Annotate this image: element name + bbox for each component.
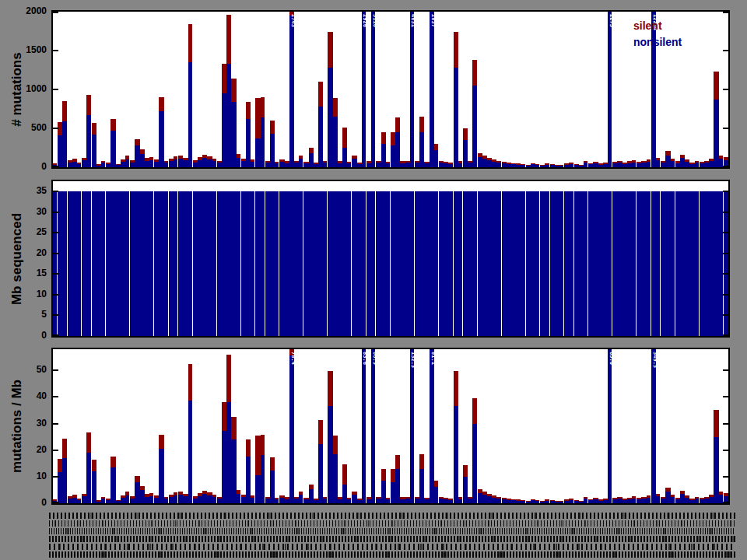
y-tick-mark	[53, 232, 58, 233]
bar-nonsilent	[719, 191, 723, 336]
bar-silent	[454, 371, 458, 406]
y-tick-mark	[723, 12, 728, 13]
bar-nonsilent	[251, 498, 254, 503]
bar-nonsilent	[92, 135, 96, 167]
y-tick-mark	[723, 232, 728, 233]
bar-nonsilent	[496, 499, 500, 503]
bar-nonsilent	[371, 12, 375, 167]
bar-nonsilent	[318, 107, 323, 167]
bar-silent	[159, 97, 163, 111]
bar-nonsilent	[347, 499, 351, 503]
y-tick-label: 1500	[2, 44, 47, 55]
bar-silent	[212, 159, 216, 161]
bar-nonsilent	[261, 455, 265, 503]
bar-silent	[472, 60, 476, 86]
bar-silent	[395, 117, 400, 132]
overflow-bar-label: 83.6	[360, 352, 368, 365]
bar-nonsilent	[569, 500, 573, 503]
bar-nonsilent	[454, 406, 458, 503]
bar-silent	[386, 162, 390, 163]
bar-nonsilent	[188, 62, 192, 167]
y-tick-mark	[53, 128, 58, 129]
bar-nonsilent	[584, 163, 587, 167]
bar-series-mb-sequenced	[53, 181, 728, 336]
bar-silent	[454, 32, 458, 68]
bar-nonsilent	[448, 164, 452, 168]
bar-silent	[347, 498, 351, 499]
bar-silent	[680, 491, 685, 494]
bar-nonsilent	[410, 349, 414, 503]
bar-nonsilent	[671, 497, 675, 503]
bar-silent	[463, 128, 468, 140]
bar-nonsilent	[695, 191, 699, 336]
bar-silent	[246, 102, 251, 119]
bar-silent	[92, 123, 96, 135]
y-tick-mark	[53, 191, 58, 192]
bar-silent	[53, 499, 57, 501]
bar-nonsilent	[434, 150, 438, 167]
bar-silent	[237, 490, 240, 494]
bar-silent	[521, 500, 524, 501]
bar-silent	[231, 417, 236, 439]
bar-nonsilent	[448, 191, 452, 336]
bar-silent	[72, 495, 77, 498]
bar-silent	[448, 499, 452, 500]
bar-nonsilent	[521, 501, 524, 503]
bar-silent	[685, 159, 689, 162]
bar-nonsilent	[458, 191, 462, 336]
bar-silent	[62, 101, 66, 121]
bar-silent	[419, 454, 424, 470]
y-tick-mark	[723, 166, 728, 167]
bar-silent	[333, 98, 338, 117]
bar-silent	[719, 492, 723, 495]
bar-silent	[714, 410, 718, 437]
bar-silent	[434, 144, 438, 150]
overflow-bar-label: 349.5	[651, 352, 658, 368]
bar-silent	[62, 439, 66, 458]
bar-silent	[342, 464, 347, 484]
bar-nonsilent	[371, 191, 375, 336]
bar-silent	[671, 495, 675, 497]
bar-nonsilent	[323, 191, 327, 336]
bar-silent	[159, 435, 163, 449]
bar-silent	[212, 495, 216, 497]
bar-nonsilent	[386, 191, 390, 336]
bar-nonsilent	[323, 163, 327, 167]
bar-nonsilent	[212, 161, 216, 167]
bar-silent	[237, 154, 240, 158]
bar-silent	[309, 485, 314, 490]
bar-nonsilent	[671, 161, 675, 167]
bar-silent	[458, 161, 462, 163]
bar-nonsilent	[261, 117, 265, 167]
bar-silent	[695, 497, 699, 499]
overflow-bar-label: 4631	[409, 14, 416, 27]
bar-silent	[545, 163, 549, 165]
y-tick-label: 10	[2, 289, 47, 299]
bar-nonsilent	[101, 163, 105, 167]
bar-silent	[323, 497, 327, 499]
bar-nonsilent	[159, 449, 163, 503]
bar-silent	[647, 159, 651, 162]
bar-silent	[395, 455, 400, 470]
bar-silent	[299, 156, 303, 159]
bar-nonsilent	[275, 163, 279, 167]
bar-silent	[448, 163, 452, 164]
bar-nonsilent	[333, 117, 338, 167]
bar-silent	[386, 498, 390, 499]
y-tick-label: 35	[2, 185, 47, 196]
bar-silent	[535, 500, 539, 501]
bar-nonsilent	[174, 159, 177, 167]
bar-silent	[318, 82, 323, 107]
bar-silent	[381, 132, 386, 144]
y-tick-mark	[723, 476, 728, 478]
y-tick-label: 30	[2, 206, 47, 217]
bar-silent	[569, 499, 573, 500]
y-tick-mark	[53, 89, 58, 90]
bar-silent	[53, 163, 57, 165]
bar-nonsilent	[86, 115, 90, 167]
bar-nonsilent	[188, 401, 192, 503]
y-tick-mark	[53, 50, 58, 51]
bar-nonsilent	[584, 499, 587, 503]
bar-silent	[342, 128, 347, 148]
bar-silent	[724, 493, 728, 496]
